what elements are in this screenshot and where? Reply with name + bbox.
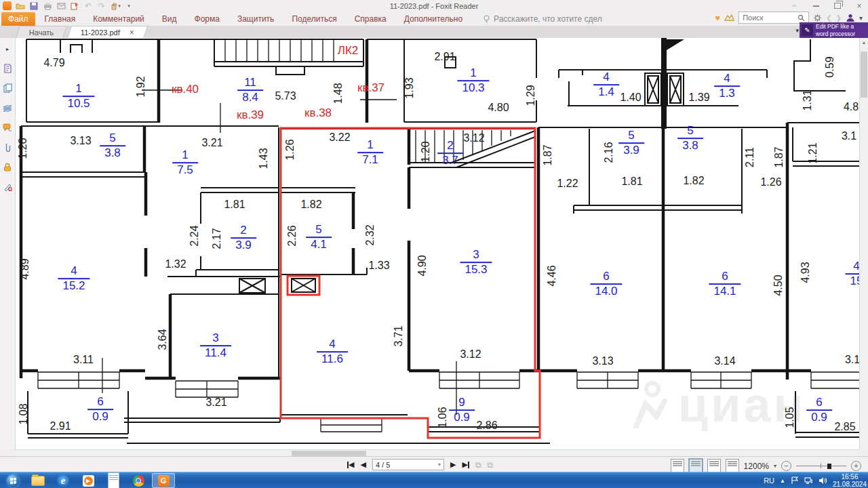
restore-button[interactable] [831,1,844,10]
more-caret-icon[interactable]: ▾ [123,1,134,11]
save-icon[interactable] [28,1,39,11]
dimension-label: 1.33 [368,260,389,272]
dimension-label: 1.26 [760,176,781,188]
menu-item-защитить[interactable]: Защитить [237,14,274,24]
dimension-label: 2.91 [50,420,71,432]
room-label: 110.3 [457,67,489,94]
signature-icon[interactable] [2,181,13,192]
tab-Начать[interactable]: Начать [16,26,67,39]
share-icon[interactable] [69,1,80,11]
dimension-label: 3.71 [393,325,405,346]
menu-item-вид[interactable]: Вид [162,14,177,24]
account-icon[interactable] [846,13,855,22]
zoom-slider[interactable] [796,462,846,470]
nav-back-icon[interactable]: ❮ [826,14,831,22]
menu-item-дополнительно[interactable]: Дополнительно [404,14,462,24]
vertical-scrollbar[interactable]: ▲ [859,38,868,449]
prev-page-button[interactable]: ◀ [360,460,366,469]
bookmarks-icon[interactable] [2,63,13,74]
dimension-label: 3.21 [201,137,222,149]
zoom-out-button[interactable]: − [781,461,791,471]
first-page-button[interactable]: ◀ [347,460,354,469]
dimension-label: 3.64 [157,329,169,350]
nav-forward-icon[interactable]: ❯ [836,14,842,22]
facing-icon[interactable] [707,459,721,473]
menu-item-справка[interactable]: Справка [355,14,387,24]
single-page-icon[interactable] [671,459,684,473]
search-input[interactable] [741,13,795,22]
room-label: 60.9 [87,396,113,423]
file-menu-tab[interactable]: Файл [1,12,35,26]
banner-caret-icon[interactable]: ▾ [795,27,799,34]
fox-icon[interactable] [724,14,734,22]
scroll-up-icon[interactable]: ▲ [860,38,868,47]
apartment-label: ЛК2 [338,44,359,58]
dimension-label: 2.17 [211,228,223,249]
attachments-icon[interactable] [2,142,13,152]
room-label: 53.9 [618,129,644,157]
room-label: 614.0 [590,270,622,298]
prev-view-icon[interactable]: ⧉ [475,460,481,470]
network-icon[interactable] [804,476,813,485]
menu-item-главная[interactable]: Главная [45,14,76,24]
volume-icon[interactable] [818,476,827,485]
ribbon-toggle-icon[interactable]: ▫▫ [788,1,800,10]
undo-icon[interactable]: ↶ [83,1,94,11]
zoom-caret-icon[interactable]: ▾ [774,463,776,469]
cian-watermark: циан [629,377,806,432]
dimension-label: 2.11 [744,147,756,167]
page-number-box[interactable]: 4 / 5 ▾ [372,459,444,470]
continuous-icon[interactable] [689,459,703,473]
tab-close-icon[interactable]: × [130,28,134,37]
taskbar-start-orb[interactable] [1,473,24,488]
document-canvas[interactable]: 110.5118.4110.341.441.353.817.517.123.75… [15,38,861,449]
banner-line1: Edit PDF like a [816,23,855,30]
tray-time: 16:56 [833,473,867,481]
vertical-scroll-thumb[interactable] [861,52,867,98]
quick-access-toolbar[interactable]: ↶↷▾▾ [1,1,134,11]
language-indicator[interactable]: RU [764,476,774,485]
room-label: 90.9 [449,396,475,424]
next-view-icon[interactable]: ⧉ [487,460,493,470]
tell-me-box[interactable]: Расскажите, что хотите сдел [483,14,602,24]
last-page-button[interactable]: ▶ [462,460,469,469]
zoom-slider-thumb[interactable] [827,464,831,469]
continuous-facing-icon[interactable] [726,459,739,473]
tray-expand-icon[interactable]: ▲ [780,478,785,484]
email-icon[interactable] [56,1,66,11]
security-icon[interactable] [2,161,13,172]
gear-icon[interactable] [813,14,822,22]
redo-icon[interactable]: ↷ [96,1,107,11]
taskbar-media-player[interactable]: ▶ [77,473,100,488]
menu-item-поделиться[interactable]: Поделиться [292,14,336,24]
close-button[interactable]: × [853,1,865,10]
heart-icon[interactable]: ♥ [715,13,720,23]
taskbar-internet-explorer[interactable]: e [52,473,75,488]
taskbar-document[interactable] [102,473,125,488]
print-icon[interactable] [42,1,53,11]
taskbar-explorer[interactable] [26,473,50,488]
hand-tool-icon[interactable]: ▾ [110,1,121,11]
next-page-button[interactable]: ▶ [450,460,456,469]
dimension-label: 1.08 [18,403,30,424]
collapse-arrow-icon[interactable]: ▸ [2,43,13,54]
comments-icon[interactable] [2,122,13,133]
room-label: 53.8 [677,125,703,152]
layers-icon[interactable] [2,102,13,113]
open-folder-icon[interactable] [15,1,26,11]
tab-11-2023.pdf[interactable]: 11-2023.pdf× [67,26,148,39]
menu-item-форма[interactable]: Форма [195,14,220,24]
search-box[interactable] [738,12,809,24]
taskbar-foxit-reader[interactable]: G [152,473,175,488]
horizontal-scroll-thumb[interactable] [292,451,366,456]
menu-item-комментарий[interactable]: Комментарий [93,14,144,24]
minimize-button[interactable] [810,1,822,10]
taskbar-chrome[interactable] [127,473,150,488]
account-caret-icon[interactable]: ▾ [859,14,863,22]
taskbar-clock[interactable]: 16:56 21.08.2024 [833,473,867,488]
action-center-flag-icon[interactable] [791,476,799,485]
foxit-logo-icon[interactable] [1,1,12,11]
zoom-in-button[interactable]: + [851,461,861,471]
pages-icon[interactable] [2,83,13,94]
edit-pdf-banner[interactable]: ✎ Edit PDF like a word processor [800,22,868,38]
